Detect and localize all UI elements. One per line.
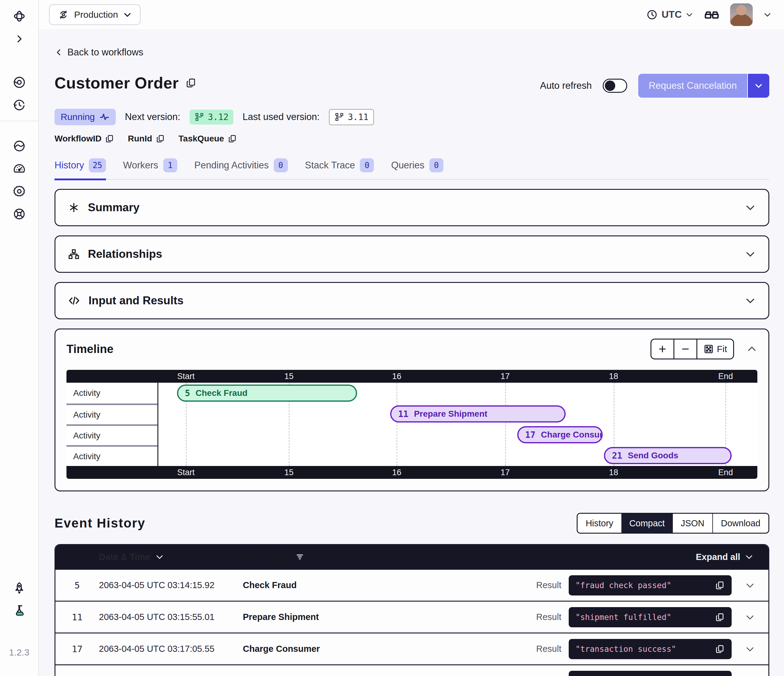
task-queue-copy[interactable]: TaskQueue	[179, 134, 237, 144]
request-cancelation-button[interactable]: Request Cancelation	[638, 74, 747, 98]
environment-label: Production	[74, 9, 118, 20]
timeline-row-label: Activity	[67, 424, 157, 445]
view-mode-history[interactable]: History	[577, 514, 621, 533]
timeline-row-label: Activity	[67, 404, 157, 424]
result-label: Result	[536, 644, 562, 654]
timeline-zoom-out-button[interactable]	[674, 340, 697, 359]
timezone-selector[interactable]: UTC	[646, 9, 693, 20]
pulse-icon	[99, 112, 110, 122]
view-mode-compact[interactable]: Compact	[621, 514, 673, 533]
next-version-label: Next version:	[125, 112, 180, 123]
event-history-title: Event History	[54, 516, 145, 531]
plus-icon	[658, 344, 667, 354]
summary-section-toggle[interactable]: Summary	[54, 189, 769, 226]
tab-workers[interactable]: Workers1	[123, 158, 177, 180]
copy-title-icon[interactable]	[185, 78, 197, 89]
cancelation-menu-button[interactable]	[747, 74, 769, 98]
sidebar-item-settings-icon[interactable]	[12, 184, 26, 198]
app-version: 1.2.3	[9, 647, 30, 657]
hierarchy-icon	[68, 248, 80, 260]
sidebar-item-workflows-icon[interactable]	[12, 75, 26, 89]
sidebar-item-namespaces-icon[interactable]	[12, 139, 26, 153]
timeline-fit-button[interactable]: Fit	[697, 340, 733, 359]
timeline-tick-label: 15	[284, 468, 293, 477]
sidebar-item-usage-icon[interactable]	[12, 162, 26, 176]
tab-history[interactable]: History25	[54, 158, 106, 180]
timeline-tick-label: 16	[392, 372, 401, 381]
sidebar-expand-icon[interactable]	[12, 32, 26, 46]
filter-icon	[295, 552, 305, 561]
copy-icon	[156, 134, 165, 143]
input-results-section-toggle[interactable]: Input and Results	[54, 282, 769, 319]
workflow-id-copy[interactable]: WorkflowID	[54, 134, 114, 144]
result-label: Result	[536, 612, 562, 622]
temporal-logo-icon[interactable]	[12, 9, 26, 23]
asterisk-icon	[68, 202, 80, 214]
rocket-icon[interactable]	[12, 581, 26, 595]
result-value-pill[interactable]: "shipment fulfilled"	[569, 607, 732, 627]
download-button[interactable]: Download	[712, 514, 768, 533]
relationships-section-toggle[interactable]: Relationships	[54, 235, 769, 273]
timeline-collapse-icon[interactable]	[746, 343, 758, 354]
labs-flask-icon[interactable]	[12, 604, 26, 618]
timeline-bar-prepare-shipment[interactable]: 11Prepare Shipment	[390, 406, 566, 423]
result-value-pill[interactable]: "transaction success"	[569, 639, 732, 659]
environment-selector[interactable]: Production	[49, 4, 141, 25]
column-event-type[interactable]: Event Type	[243, 552, 457, 562]
run-id-copy[interactable]: RunId	[128, 134, 165, 144]
account-chevron-down-icon[interactable]	[763, 11, 772, 19]
chevron-down-icon	[754, 81, 763, 90]
back-to-workflows-link[interactable]: Back to workflows	[54, 47, 769, 58]
timeline-tick-label: 17	[501, 468, 510, 477]
auto-refresh-toggle[interactable]	[603, 79, 627, 93]
tab-pending-activities[interactable]: Pending Activities0	[194, 158, 288, 180]
chevron-down-icon	[155, 552, 164, 561]
tab-stack-trace[interactable]: Stack Trace0	[305, 158, 374, 180]
minus-icon	[680, 344, 690, 354]
code-icon	[68, 294, 81, 307]
row-expand-chevron-icon[interactable]	[745, 612, 755, 622]
timeline-track-area: 5Check Fraud 11Prepare Shipment 17Charge…	[158, 383, 758, 466]
expand-all-button[interactable]: Expand all	[457, 552, 768, 562]
timeline-chart: Start15161718End Activity Activity Activ…	[67, 370, 758, 479]
timeline-row-label: Activity	[67, 445, 157, 466]
timeline-bar-charge-consumer[interactable]: 17Charge Consumer	[517, 426, 603, 443]
event-view-switcher: History Compact JSON Download	[577, 513, 769, 534]
row-expand-chevron-icon[interactable]	[745, 644, 755, 654]
top-bar: Production UTC	[39, 0, 784, 29]
fit-expand-icon	[703, 344, 714, 354]
sidebar-item-schedules-icon[interactable]	[12, 98, 26, 112]
timeline-tick-label: End	[718, 372, 733, 381]
copy-icon	[105, 134, 114, 143]
view-mode-json[interactable]: JSON	[673, 514, 712, 533]
event-history-table: Date & Time Event Type Expand all 5 2063…	[54, 544, 769, 676]
column-date-time[interactable]: Date & Time	[99, 552, 243, 562]
event-row[interactable]: 11 2063-04-05 UTC 03:15:55.01 Prepare Sh…	[55, 601, 768, 632]
timeline-bar-send-goods[interactable]: 21Send Goods	[604, 447, 732, 464]
timeline-tick-label: 18	[609, 372, 618, 381]
tab-queries[interactable]: Queries0	[391, 158, 443, 180]
event-row[interactable]: 5 2063-04-05 UTC 03:14:15.92 Check Fraud…	[55, 569, 768, 601]
last-used-version-badge: 3.11	[329, 109, 374, 125]
page-title: Customer Order	[54, 74, 179, 92]
event-row[interactable]: 17 2063-04-05 UTC 03:17:05.55 Charge Con…	[55, 632, 768, 664]
feedback-glasses-icon[interactable]	[704, 7, 720, 23]
cycle-icon	[58, 9, 69, 20]
timeline-tick-label: 16	[392, 468, 401, 477]
timeline-tick-label: End	[718, 468, 733, 477]
chevron-down-icon	[745, 295, 756, 306]
chevron-down-icon	[685, 11, 693, 19]
last-used-version-label: Last used version:	[243, 112, 320, 123]
tab-bar: History25 Workers1 Pending Activities0 S…	[54, 158, 769, 180]
event-row[interactable]: 21 2063-04-05 UTC 03:17:45.10 Send Goods…	[55, 664, 768, 676]
result-value-pill[interactable]: "order sent"	[569, 671, 732, 676]
chevron-down-icon	[745, 202, 756, 213]
result-value-pill[interactable]: "fraud check passed"	[569, 575, 732, 595]
timeline-tick-label: Start	[177, 372, 194, 381]
row-expand-chevron-icon[interactable]	[745, 580, 755, 591]
timeline-zoom-in-button[interactable]	[652, 340, 674, 359]
timeline-title: Timeline	[67, 343, 113, 356]
sidebar-item-support-icon[interactable]	[12, 207, 26, 221]
avatar[interactable]	[730, 3, 753, 26]
timeline-bar-check-fraud[interactable]: 5Check Fraud	[177, 385, 358, 402]
